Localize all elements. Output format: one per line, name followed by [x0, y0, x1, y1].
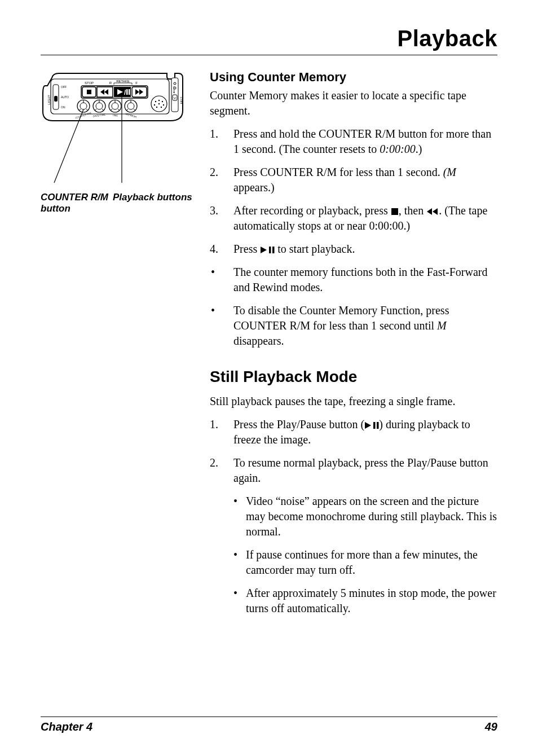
svg-point-50 — [162, 101, 163, 102]
svg-point-57 — [174, 82, 176, 85]
svg-rect-3 — [87, 90, 91, 94]
rewind-icon — [426, 208, 439, 216]
step-2: 2. To resume normal playback, press the … — [210, 455, 497, 486]
footer-page-number: 49 — [485, 720, 497, 733]
notes-using-counter: • The counter memory functions both in t… — [210, 265, 497, 349]
svg-point-36 — [112, 103, 118, 109]
heading-using-counter-memory: Using Counter Memory — [210, 70, 497, 85]
svg-point-53 — [156, 107, 157, 108]
svg-point-54 — [161, 107, 162, 108]
svg-marker-64 — [433, 208, 438, 215]
step-3: 3. After recording or playback, press , … — [210, 203, 497, 234]
svg-rect-11 — [129, 89, 130, 95]
caption-playback-buttons: Playback buttons — [113, 192, 200, 214]
footer-chapter: Chapter 4 — [41, 720, 92, 733]
dial-date-time: DATE/TIME — [93, 100, 106, 118]
paragraph-intro: Counter Memory makes it easier to locate… — [210, 88, 497, 118]
diagram-label-stop: STOP — [85, 81, 94, 85]
svg-rect-69 — [373, 422, 376, 429]
diagram-label-r: R — [109, 81, 112, 85]
svg-point-49 — [158, 100, 160, 101]
svg-text:AUTO: AUTO — [61, 95, 69, 99]
page-title: Playback — [41, 26, 497, 55]
svg-text:ON: ON — [61, 106, 65, 109]
svg-text:TIME: TIME — [112, 113, 118, 117]
play-pause-icon — [364, 421, 379, 429]
note-item: • The counter memory functions both in t… — [210, 265, 497, 295]
dial-refresh: REFRESH — [125, 100, 137, 118]
stop-icon — [391, 208, 399, 216]
svg-point-58 — [174, 87, 176, 89]
svg-rect-66 — [269, 247, 271, 253]
svg-marker-65 — [261, 247, 267, 253]
svg-rect-19 — [54, 96, 58, 102]
svg-marker-68 — [365, 422, 371, 429]
heading-still-playback-mode: Still Playback Mode — [210, 368, 497, 386]
sub-note-item: • Video “noise” appears on the screen an… — [233, 494, 497, 539]
step-1: 1. Press the Play/Pause button () during… — [210, 417, 497, 447]
step-4: 4. Press to start playback. — [210, 241, 497, 257]
page-footer: Chapter 4 49 — [41, 717, 497, 733]
play-pause-icon — [260, 246, 275, 254]
svg-point-30 — [96, 103, 103, 109]
svg-point-24 — [80, 103, 87, 109]
left-column: / STOP R RETAKE F — [41, 69, 210, 214]
sub-note-item: • If pause continues for more than a few… — [233, 547, 497, 578]
svg-point-52 — [163, 104, 164, 106]
note-item: • To disable the Counter Memory Function… — [210, 303, 497, 349]
svg-rect-62 — [391, 208, 398, 215]
svg-text:OFF: OFF — [61, 85, 67, 89]
svg-rect-10 — [126, 89, 128, 95]
steps-using-counter: 1. Press and hold the COUNTER R/M button… — [210, 126, 497, 257]
camcorder-top-diagram: / STOP R RETAKE F — [41, 69, 187, 187]
svg-point-48 — [155, 101, 156, 102]
svg-text:EJECT: EJECT — [180, 96, 183, 104]
diagram-label-retake: RETAKE — [116, 80, 130, 83]
svg-marker-63 — [427, 208, 432, 215]
paragraph-still-intro: Still playback pauses the tape, freezing… — [210, 394, 497, 409]
step-1: 1. Press and hold the COUNTER R/M button… — [210, 126, 497, 157]
svg-text:V: V — [174, 96, 176, 100]
diagram-caption-row: COUNTER R/M button Playback buttons — [41, 192, 200, 214]
sub-note-item: • After approximately 5 minutes in stop … — [233, 586, 497, 616]
diagram-label-light: LIGHT — [47, 95, 51, 105]
content-area: / STOP R RETAKE F — [41, 69, 497, 717]
page: Playback — [0, 0, 538, 756]
steps-still-playback: 1. Press the Play/Pause button () during… — [210, 417, 497, 486]
sub-notes-still-playback: • Video “noise” appears on the screen an… — [210, 494, 497, 616]
svg-point-47 — [158, 103, 160, 104]
caption-counter-rm: COUNTER R/M button — [41, 192, 113, 214]
step-2: 2. Press COUNTER R/M for less than 1 sec… — [210, 165, 497, 195]
diagram-label-f: F — [135, 81, 138, 85]
main-column: Using Counter Memory Counter Memory make… — [210, 69, 497, 624]
device-diagram: / STOP R RETAKE F — [41, 69, 200, 214]
svg-point-42 — [127, 103, 134, 109]
svg-point-51 — [154, 104, 155, 106]
